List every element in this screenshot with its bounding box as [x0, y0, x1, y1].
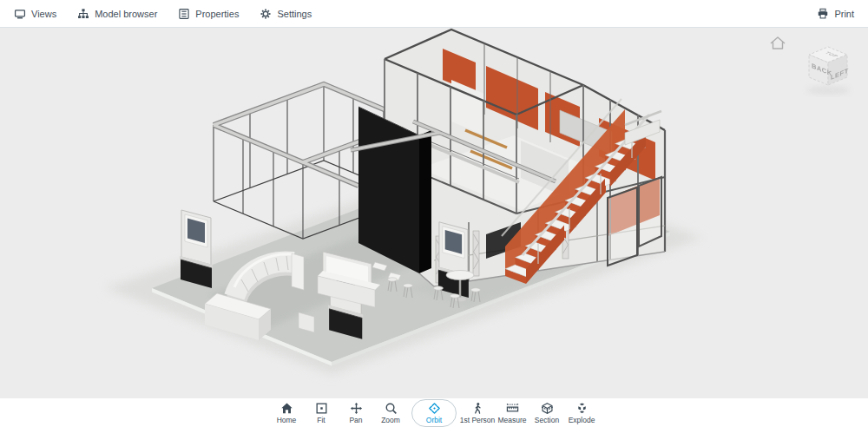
bottom-toolbar-item-zoom[interactable]: Zoom: [376, 402, 405, 424]
bottom-toolbar-items: HomeFitPanZoomOrbit1st PersonMeasureSect…: [269, 399, 599, 427]
toolbar-item-label: Model browser: [95, 9, 157, 19]
bottom-toolbar: HomeFitPanZoomOrbit1st PersonMeasureSect…: [0, 398, 868, 427]
section-icon: [541, 402, 554, 415]
kiosk-display-3[interactable]: [437, 222, 470, 298]
top-toolbar-item-print[interactable]: Print: [817, 8, 854, 20]
top-toolbar-item-settings[interactable]: Settings: [260, 8, 312, 20]
toolbar-item-label: 1st Person: [460, 416, 496, 424]
toolbar-item-label: Print: [834, 9, 854, 19]
first-person-icon: [471, 402, 484, 415]
properties-icon: [178, 8, 190, 20]
bottom-toolbar-item-section[interactable]: Section: [532, 402, 562, 424]
toolbar-item-label: Explode: [569, 416, 595, 424]
orbit-icon: [428, 402, 441, 415]
top-toolbar-item-model-browser[interactable]: Model browser: [77, 8, 157, 20]
kiosk-display-1[interactable]: [180, 210, 213, 288]
views-icon: [14, 8, 26, 20]
bottom-toolbar-item-home[interactable]: Home: [272, 402, 301, 424]
top-toolbar-right: Print: [817, 8, 854, 20]
bottom-toolbar-item-pan[interactable]: Pan: [341, 402, 371, 424]
model-browser-icon: [77, 8, 89, 20]
viewcube-home-icon[interactable]: [771, 37, 785, 49]
bottom-toolbar-item-explode[interactable]: Explode: [567, 402, 596, 424]
bottom-toolbar-item-first-person[interactable]: 1st Person: [463, 402, 492, 424]
viewcube[interactable]: BACK LEFT TOP: [766, 31, 861, 108]
top-toolbar-left: ViewsModel browserPropertiesSettings: [14, 8, 312, 20]
model-viewer-app: ViewsModel browserPropertiesSettings Pri…: [0, 0, 868, 427]
zoom-icon: [385, 402, 398, 415]
toolbar-item-label: Zoom: [381, 416, 400, 424]
fit-icon: [315, 402, 328, 415]
toolbar-item-label: Properties: [195, 9, 239, 19]
toolbar-item-label: Orbit: [426, 416, 442, 424]
top-toolbar-item-views[interactable]: Views: [14, 8, 56, 20]
toolbar-item-label: Views: [31, 9, 56, 19]
bottom-toolbar-item-orbit[interactable]: Orbit: [411, 399, 457, 427]
home-icon: [280, 402, 293, 415]
bottom-toolbar-item-measure[interactable]: Measure: [497, 402, 527, 424]
top-toolbar-item-properties[interactable]: Properties: [178, 8, 239, 20]
toolbar-item-label: Pan: [349, 416, 362, 424]
model-3d-view[interactable]: [0, 28, 868, 398]
explode-icon: [575, 402, 589, 415]
toolbar-item-label: Measure: [497, 416, 526, 424]
top-toolbar: ViewsModel browserPropertiesSettings Pri…: [0, 0, 868, 28]
measure-icon: [506, 402, 519, 415]
print-icon: [817, 8, 829, 20]
pan-icon: [350, 402, 363, 415]
viewport: BACK LEFT TOP: [0, 28, 868, 398]
toolbar-item-label: Fit: [317, 416, 325, 424]
toolbar-item-label: Home: [277, 416, 297, 424]
toolbar-item-label: Settings: [277, 9, 312, 19]
settings-icon: [260, 8, 272, 20]
toolbar-item-label: Section: [535, 416, 559, 424]
bottom-toolbar-item-fit[interactable]: Fit: [306, 402, 336, 424]
